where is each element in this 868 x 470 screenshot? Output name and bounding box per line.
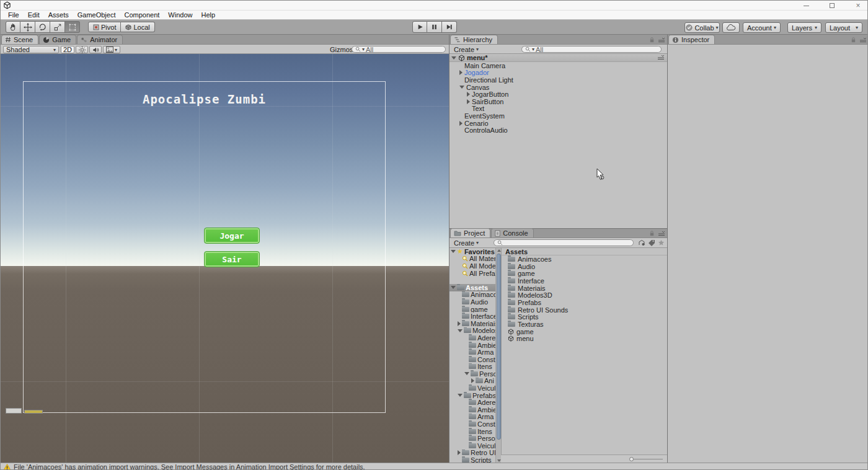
play-button[interactable]: [412, 21, 427, 33]
scale-tool-button[interactable]: [50, 21, 65, 33]
asset-item-texturas[interactable]: Texturas: [502, 321, 668, 328]
tree-item-materiais[interactable]: Materiais: [450, 320, 495, 327]
hierarchy-create-dropdown[interactable]: Create▾: [452, 46, 480, 53]
scene-prop-vehicle[interactable]: [6, 408, 22, 414]
status-bar[interactable]: File 'Animacoes' has animation import wa…: [1, 463, 868, 470]
asset-item-menu[interactable]: menu: [502, 335, 668, 343]
account-dropdown[interactable]: Account▾: [743, 22, 781, 33]
tree-item-retro-ui[interactable]: Retro UI: [450, 450, 495, 457]
tree-item-perso[interactable]: Perso: [450, 435, 495, 442]
hierarchy-item-sairbutton[interactable]: SairButton: [450, 98, 667, 105]
game-quit-button[interactable]: Sair: [204, 251, 260, 267]
tree-item-itens[interactable]: Itens: [450, 363, 495, 371]
collapsed-triangle-icon[interactable]: [467, 99, 470, 104]
asset-item-prefabs[interactable]: Prefabs: [502, 299, 668, 306]
shading-mode-dropdown[interactable]: Shaded▾: [3, 46, 59, 53]
project-search-field[interactable]: [494, 239, 634, 246]
hierarchy-item-eventsystem[interactable]: EventSystem: [450, 112, 667, 120]
hierarchy-item-canvas[interactable]: Canvas: [450, 84, 667, 91]
panel-tab-inspector[interactable]: Inspector: [668, 35, 715, 44]
search-by-type-icon[interactable]: [638, 239, 645, 246]
asset-item-game[interactable]: game: [502, 270, 668, 277]
tree-item-adere[interactable]: Adere: [450, 399, 495, 406]
tree-item-ambie[interactable]: Ambie: [450, 342, 495, 349]
layers-dropdown[interactable]: Layers▾: [787, 22, 822, 33]
effects-dropdown[interactable]: ▾: [103, 46, 120, 53]
collab-dropdown[interactable]: Collab▾: [684, 22, 720, 33]
asset-item-audio[interactable]: Audio: [502, 263, 668, 270]
asset-item-materiais[interactable]: Materiais: [502, 285, 668, 292]
tree-item-game[interactable]: game: [450, 306, 495, 313]
lock-icon[interactable]: [851, 37, 856, 43]
expanded-triangle-icon[interactable]: [459, 86, 464, 89]
scene-header-row[interactable]: menu*: [450, 54, 667, 62]
hierarchy-item-jogador[interactable]: Jogador: [450, 69, 667, 77]
asset-item-scripts[interactable]: Scripts: [502, 314, 668, 321]
hierarchy-item-controlaaudio[interactable]: ControlaAudio: [450, 126, 667, 134]
hand-tool-button[interactable]: [6, 21, 20, 33]
panel-tab-console[interactable]: Console: [491, 228, 533, 237]
asset-item-retro-ui-sounds[interactable]: Retro UI Sounds: [502, 306, 668, 314]
tree-item-all-prefabs[interactable]: All Prefabs: [450, 270, 495, 277]
hierarchy-item-text[interactable]: Text: [450, 105, 667, 113]
scene-menu-icon[interactable]: [657, 55, 665, 61]
hierarchy-search-field[interactable]: ▾ All: [521, 46, 662, 53]
2d-toggle-button[interactable]: 2D: [61, 46, 74, 53]
menu-window[interactable]: Window: [164, 11, 197, 19]
tree-item-veicul[interactable]: Veicul: [450, 442, 495, 450]
collapsed-triangle-icon[interactable]: [467, 92, 470, 97]
thumbnail-zoom-slider[interactable]: [631, 459, 663, 459]
tree-item-veicul[interactable]: Veicul: [450, 384, 495, 392]
collapsed-triangle-icon[interactable]: [458, 321, 461, 326]
asset-item-modelos3d[interactable]: Modelos3D: [502, 291, 668, 299]
asset-item-interface[interactable]: Interface: [502, 277, 668, 285]
rect-tool-button[interactable]: [65, 21, 80, 33]
tree-item-all-materials[interactable]: All Materials: [450, 255, 495, 263]
step-button[interactable]: [442, 21, 457, 33]
rotate-tool-button[interactable]: [35, 21, 50, 33]
expanded-triangle-icon[interactable]: [464, 372, 469, 375]
asset-item-game[interactable]: game: [502, 328, 668, 335]
panel-menu-icon[interactable]: [859, 37, 867, 43]
pause-button[interactable]: [427, 21, 442, 33]
local-toggle-button[interactable]: Local: [121, 22, 154, 32]
tree-item-prefabs[interactable]: Prefabs: [450, 392, 495, 399]
menu-file[interactable]: File: [4, 11, 24, 19]
panel-menu-icon[interactable]: [658, 231, 665, 237]
expanded-triangle-icon[interactable]: [458, 394, 463, 397]
slider-knob[interactable]: [629, 457, 634, 461]
minimize-button[interactable]: [798, 1, 814, 10]
cloud-button[interactable]: [722, 22, 740, 33]
view-tab-game[interactable]: Game: [39, 35, 76, 44]
scene-search-field[interactable]: ▾ All: [352, 46, 446, 53]
hierarchy-item-directional light[interactable]: Directional Light: [450, 76, 667, 84]
menu-component[interactable]: Component: [120, 11, 164, 19]
menu-assets[interactable]: Assets: [44, 11, 73, 19]
menu-help[interactable]: Help: [197, 11, 219, 19]
scene-viewport[interactable]: Apocalipse Zumbi Jogar Sair: [1, 54, 449, 463]
tree-item-modelos3d[interactable]: Modelos3D: [450, 327, 495, 335]
maximize-button[interactable]: [824, 1, 840, 10]
tree-item-arma[interactable]: Arma: [450, 348, 495, 356]
collapsed-triangle-icon[interactable]: [459, 70, 463, 75]
tree-item-const[interactable]: Const: [450, 420, 495, 428]
view-tab-animator[interactable]: Animator: [77, 35, 123, 44]
hierarchy-item-cenario[interactable]: Cenario: [450, 120, 667, 127]
lighting-toggle-button[interactable]: [76, 46, 88, 53]
panel-menu-icon[interactable]: [658, 37, 665, 43]
lock-icon[interactable]: [649, 230, 655, 237]
panel-tab-hierarchy[interactable]: Hierarchy: [450, 35, 498, 44]
move-tool-button[interactable]: [20, 21, 35, 33]
scrollbar-thumb[interactable]: [497, 254, 501, 440]
close-button[interactable]: ×: [850, 1, 866, 10]
menu-edit[interactable]: Edit: [24, 11, 44, 19]
expanded-triangle-icon[interactable]: [451, 56, 456, 60]
panel-tab-project[interactable]: Project: [450, 228, 490, 237]
tree-item-adere[interactable]: Adere: [450, 334, 495, 342]
project-tree-scrollbar[interactable]: [495, 248, 501, 463]
scene-prop-bus[interactable]: [24, 410, 43, 414]
tree-item-animacoes[interactable]: Animacoes: [450, 291, 495, 299]
tree-item-audio[interactable]: Audio: [450, 298, 495, 306]
search-by-label-icon[interactable]: [648, 239, 655, 246]
pivot-toggle-button[interactable]: Pivot: [88, 22, 121, 32]
